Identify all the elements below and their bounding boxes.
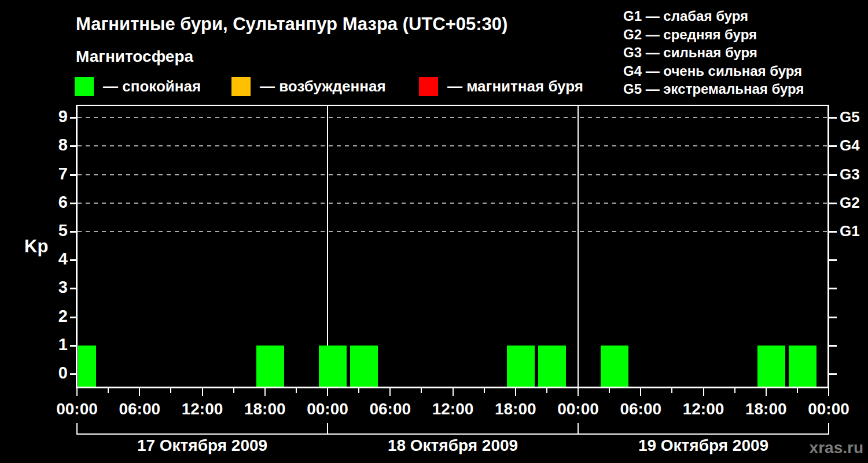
right-axis-tick xyxy=(829,174,837,176)
day-separator xyxy=(327,106,328,387)
y-axis-tick xyxy=(70,373,78,375)
x-axis-major-tick xyxy=(139,388,140,396)
x-axis-major-tick xyxy=(389,388,391,396)
legend-swatch-quiet xyxy=(75,77,94,96)
top-axis-line xyxy=(76,105,829,106)
kp-bar xyxy=(789,346,816,387)
day-separator xyxy=(578,106,579,387)
date-label: 19 Октября 2009 xyxy=(578,436,829,455)
x-axis-major-tick xyxy=(76,388,78,396)
y-axis-tick-label: 9 xyxy=(42,107,68,126)
watermark: xras.ru xyxy=(810,439,863,457)
right-axis-tick xyxy=(829,203,837,204)
x-axis-major-tick xyxy=(640,388,641,396)
x-axis-minor-tick xyxy=(421,388,422,393)
g-legend-line: G4 — очень сильная буря xyxy=(623,62,804,80)
x-axis-minor-tick xyxy=(296,388,297,393)
date-label: 18 Октября 2009 xyxy=(328,436,578,455)
bracket-tick xyxy=(76,423,78,435)
g-legend-line: G3 — сильная буря xyxy=(623,43,804,62)
x-axis-major-tick xyxy=(703,388,704,396)
legend-label: — магнитная буря xyxy=(447,78,583,95)
right-axis-tick xyxy=(829,373,837,375)
kp-bar xyxy=(319,346,347,387)
y-axis-tick-label: 8 xyxy=(42,135,68,155)
kp-gridline xyxy=(78,203,827,204)
x-axis-tick-label: 18:00 xyxy=(740,400,792,418)
x-axis-tick-label: 18:00 xyxy=(490,400,542,418)
legend-item-excited: — возбужденная xyxy=(231,76,386,96)
x-axis-tick-label: 18:00 xyxy=(239,400,291,418)
y-axis-tick xyxy=(70,317,78,318)
x-axis-tick-label: 06:00 xyxy=(615,400,667,418)
kp-gridline xyxy=(78,174,827,175)
y-axis-tick xyxy=(70,231,78,233)
y-axis-tick xyxy=(70,259,78,261)
legend-swatch-storm xyxy=(419,77,438,96)
g-legend-line: G1 — слабая буря xyxy=(623,7,804,25)
x-axis-major-tick xyxy=(766,388,767,396)
legend-swatch-excited xyxy=(231,77,251,96)
kp-bar xyxy=(601,346,628,387)
bracket-tick xyxy=(327,423,328,435)
x-axis-tick-label: 12:00 xyxy=(678,400,730,418)
right-axis-tick xyxy=(829,288,837,289)
y-axis-tick xyxy=(70,288,78,289)
g-legend-line: G2 — средняя буря xyxy=(623,25,804,44)
x-axis-major-tick xyxy=(327,388,328,396)
kp-gridline xyxy=(78,145,827,146)
y-axis-tick xyxy=(70,203,78,204)
x-axis-minor-tick xyxy=(671,388,672,393)
x-axis-tick-label: 00:00 xyxy=(552,400,604,418)
y-axis-tick-label: 4 xyxy=(42,249,68,269)
g-legend-line: G5 — экстремальная буря xyxy=(623,80,804,98)
x-axis-major-tick xyxy=(828,388,829,396)
y-axis-tick-label: 5 xyxy=(42,221,68,240)
legend-item-storm: — магнитная буря xyxy=(419,76,583,96)
x-axis-minor-tick xyxy=(546,388,547,393)
x-axis-minor-tick xyxy=(797,388,798,393)
right-axis-tick xyxy=(829,231,837,233)
x-axis-minor-tick xyxy=(170,388,171,393)
legend-item-quiet: — спокойная xyxy=(75,76,201,96)
x-axis-minor-tick xyxy=(358,388,359,393)
y-axis-tick-label: 7 xyxy=(42,164,68,183)
right-axis-tick xyxy=(829,117,837,119)
right-axis-tick xyxy=(829,345,837,347)
date-label: 17 Октября 2009 xyxy=(77,436,328,455)
bracket-tick xyxy=(578,423,579,435)
right-axis-tick xyxy=(829,145,837,147)
x-axis-minor-tick xyxy=(484,388,485,393)
x-axis-tick-label: 00:00 xyxy=(51,400,103,418)
y-axis-tick xyxy=(70,145,78,147)
bracket-tick xyxy=(828,423,829,435)
kp-bar xyxy=(350,346,378,387)
x-axis-major-tick xyxy=(264,388,266,396)
g-axis-label: G1 xyxy=(840,222,860,240)
y-axis-tick-label: 1 xyxy=(42,335,68,354)
chart-subtitle: Магнитосфера xyxy=(76,47,193,66)
legend-label: — спокойная xyxy=(103,78,201,95)
x-axis-tick-label: 06:00 xyxy=(113,400,165,418)
kp-gridline xyxy=(78,117,827,118)
page-title: Магнитные бури, Сультанпур Мазра (UTC+05… xyxy=(76,14,507,35)
x-axis-tick-label: 12:00 xyxy=(176,400,229,418)
y-axis-tick xyxy=(70,345,78,347)
kp-bar xyxy=(78,346,96,387)
y-axis-tick xyxy=(70,117,78,119)
kp-bar xyxy=(757,346,785,387)
x-axis-minor-tick xyxy=(609,388,610,393)
x-axis-tick-label: 00:00 xyxy=(803,400,855,418)
kp-gridline xyxy=(78,231,827,232)
x-axis-major-tick xyxy=(515,388,516,396)
g-axis-label: G2 xyxy=(840,194,860,212)
kp-bar xyxy=(507,346,535,387)
y-axis-tick-label: 3 xyxy=(42,278,68,297)
y-axis-tick-label: 2 xyxy=(42,307,68,326)
bracket-line xyxy=(77,433,829,435)
g-axis-label: G4 xyxy=(840,137,860,155)
x-axis-minor-tick xyxy=(108,388,109,393)
g-axis-label: G5 xyxy=(840,108,860,126)
x-axis-minor-tick xyxy=(734,388,735,393)
g-axis-label: G3 xyxy=(840,166,860,183)
